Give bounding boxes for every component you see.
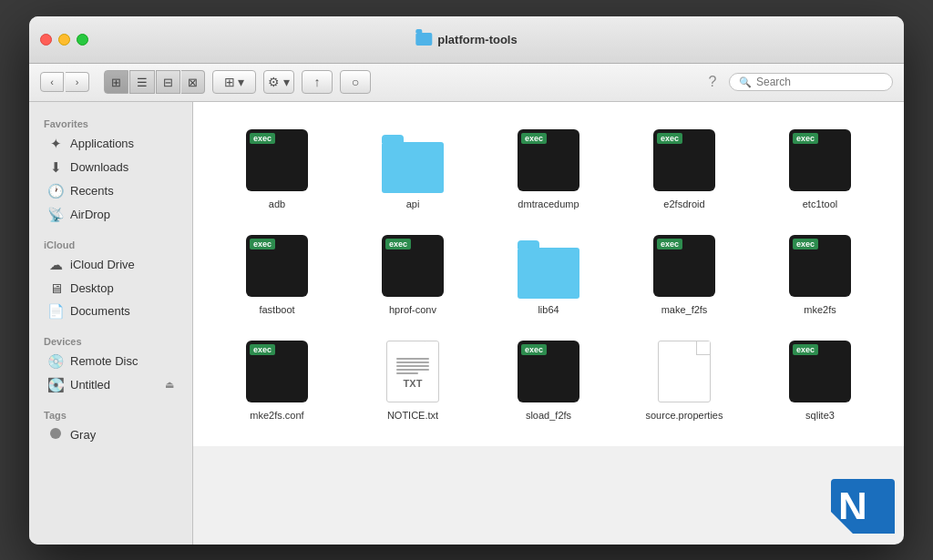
- back-button[interactable]: ‹: [40, 72, 64, 92]
- view-buttons: ⊞ ☰ ⊟ ⊠: [104, 70, 205, 94]
- airdrop-icon: 📡: [47, 207, 64, 223]
- file-area: exec adb api: [193, 102, 904, 446]
- file-icon-etc1tool: exec: [787, 127, 853, 193]
- file-icon-e2fsdroid: exec: [651, 127, 717, 193]
- exec-icon: exec: [518, 129, 579, 191]
- sidebar-item-label: Documents: [70, 304, 130, 318]
- file-icon-fastboot: exec: [244, 233, 310, 299]
- fullscreen-button[interactable]: [77, 34, 88, 46]
- sidebar-item-documents[interactable]: 📄 Documents: [33, 300, 189, 323]
- exec-badge: exec: [250, 133, 275, 144]
- exec-icon: exec: [789, 129, 851, 191]
- cover-view-button[interactable]: ⊠: [181, 70, 205, 94]
- action-button[interactable]: ⚙ ▾: [263, 70, 294, 94]
- file-area-wrapper: exec adb api: [193, 102, 904, 545]
- file-icon-source-properties: [651, 339, 717, 404]
- list-item[interactable]: exec adb: [211, 120, 343, 217]
- forward-button[interactable]: ›: [66, 72, 89, 92]
- sidebar-item-gray-tag[interactable]: Gray: [33, 423, 189, 446]
- file-icon-lib64: [516, 233, 581, 299]
- search-icon: 🔍: [739, 76, 752, 88]
- list-item[interactable]: TXT NOTICE.txt: [347, 331, 478, 428]
- search-box[interactable]: 🔍: [729, 73, 893, 91]
- toolbar: ‹ › ⊞ ☰ ⊟ ⊠ ⊞ ▾ ⚙ ▾ ↑ ○ ? 🔍: [29, 64, 904, 102]
- sidebar-item-downloads[interactable]: ⬇ Downloads: [33, 156, 189, 179]
- list-item[interactable]: exec dmtracedump: [483, 120, 614, 217]
- exec-badge: exec: [385, 239, 411, 249]
- txt-line: [396, 372, 418, 374]
- file-icon-make_f2fs: exec: [651, 233, 717, 299]
- sidebar-item-untitled[interactable]: 💽 Untitled ⏏: [33, 373, 189, 397]
- list-item[interactable]: exec sqlite3: [754, 331, 886, 428]
- file-icon-adb: exec: [244, 127, 310, 193]
- exec-badge: exec: [793, 239, 818, 249]
- sidebar-item-label: AirDrop: [70, 208, 110, 221]
- list-item[interactable]: exec mke2fs: [754, 226, 886, 322]
- list-item[interactable]: exec mke2fs.conf: [211, 331, 343, 428]
- txt-line: [396, 369, 429, 371]
- list-item[interactable]: source.properties: [619, 331, 750, 428]
- sidebar-item-recents[interactable]: 🕐 Recents: [33, 179, 189, 203]
- list-item[interactable]: exec etc1tool: [754, 120, 886, 217]
- file-icon-notice-txt: TXT: [380, 339, 446, 404]
- sidebar-item-label: Applications: [70, 137, 134, 150]
- sidebar-item-desktop[interactable]: 🖥 Desktop: [33, 277, 189, 300]
- applications-icon: ✦: [47, 136, 64, 152]
- file-icon-dmtracedump: exec: [516, 127, 581, 193]
- list-item[interactable]: exec hprof-conv: [347, 226, 478, 322]
- close-button[interactable]: [40, 34, 52, 46]
- documents-icon: 📄: [47, 303, 64, 320]
- exec-icon: exec: [246, 235, 308, 297]
- arrange-button[interactable]: ⊞ ▾: [212, 70, 256, 94]
- list-item[interactable]: api: [347, 120, 478, 217]
- folder-icon: [518, 248, 579, 299]
- downloads-icon: ⬇: [47, 159, 64, 176]
- share-button[interactable]: ↑: [302, 70, 333, 94]
- sidebar-item-label: Desktop: [70, 281, 114, 295]
- icloud-drive-icon: ☁: [47, 257, 64, 273]
- window-title-area: platform-tools: [415, 33, 517, 46]
- sidebar-item-applications[interactable]: ✦ Applications: [33, 132, 189, 156]
- icloud-section-label: iCloud: [29, 234, 192, 253]
- list-item[interactable]: lib64: [483, 226, 614, 322]
- sidebar-item-airdrop[interactable]: 📡 AirDrop: [33, 203, 189, 227]
- traffic-lights: [40, 34, 88, 46]
- file-icon-sload_f2fs: exec: [516, 339, 581, 404]
- list-item[interactable]: exec fastboot: [211, 226, 343, 322]
- minimize-button[interactable]: [58, 34, 70, 46]
- file-grid: exec adb api: [211, 120, 886, 428]
- sidebar-item-remote-disc[interactable]: 💿 Remote Disc: [33, 350, 189, 373]
- list-item[interactable]: exec sload_f2fs: [483, 331, 614, 428]
- eject-icon[interactable]: ⏏: [165, 379, 174, 391]
- file-name: api: [406, 199, 420, 209]
- txt-lines: [396, 358, 429, 374]
- devices-section-label: Devices: [29, 331, 192, 350]
- file-name: mke2fs: [804, 304, 836, 315]
- list-item[interactable]: exec make_f2fs: [619, 226, 750, 322]
- tag-button[interactable]: ○: [340, 70, 371, 94]
- desktop-icon: 🖥: [47, 280, 64, 296]
- column-view-button[interactable]: ⊟: [156, 70, 180, 94]
- file-name: fastboot: [259, 304, 294, 315]
- exec-icon: exec: [518, 341, 579, 402]
- exec-badge: exec: [521, 133, 547, 144]
- txt-label: TXT: [404, 378, 423, 389]
- nav-buttons: ‹ ›: [40, 72, 89, 92]
- file-icon-sqlite3: exec: [787, 339, 853, 404]
- help-button[interactable]: ?: [703, 74, 722, 90]
- exec-icon: exec: [246, 341, 308, 402]
- file-icon-mke2fs-conf: exec: [244, 339, 310, 404]
- file-name: e2fsdroid: [663, 199, 704, 209]
- window-title: platform-tools: [437, 33, 517, 46]
- search-input[interactable]: [756, 76, 883, 88]
- list-view-button[interactable]: ☰: [129, 70, 155, 94]
- icon-view-button[interactable]: ⊞: [104, 70, 128, 94]
- exec-badge: exec: [657, 133, 682, 144]
- list-item[interactable]: exec e2fsdroid: [619, 120, 750, 217]
- sidebar-item-label: Gray: [70, 428, 96, 442]
- sidebar-item-icloud-drive[interactable]: ☁ iCloud Drive: [33, 253, 189, 277]
- sidebar-item-label: Downloads: [70, 160, 128, 174]
- untitled-icon: 💽: [47, 377, 64, 393]
- exec-badge: exec: [657, 239, 682, 249]
- file-name: etc1tool: [803, 199, 838, 209]
